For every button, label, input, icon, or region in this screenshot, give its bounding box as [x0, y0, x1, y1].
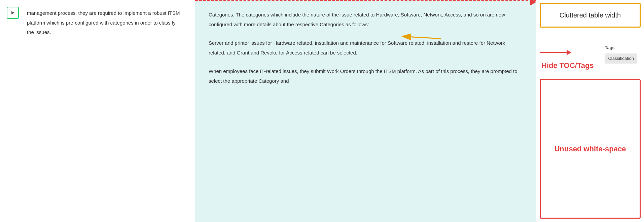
- mid-paragraph-3: When employees face IT-related issues, t…: [209, 67, 523, 86]
- red-arrow-tip: [567, 50, 571, 55]
- dashed-arrow-head: [530, 0, 536, 5]
- toggle-button[interactable]: ▶: [7, 7, 19, 19]
- tags-label: Tags: [605, 44, 637, 51]
- left-column: ▶ management process, they are required …: [0, 0, 195, 222]
- tags-red-arrow: [540, 50, 571, 55]
- red-arrow-line: [540, 52, 567, 53]
- unused-whitespace-box: Unused white-space: [540, 79, 641, 219]
- mid-paragraph-2: Server and printer issues for Hardware r…: [209, 38, 523, 58]
- cluttered-annotation-text: Cluttered table width: [560, 11, 621, 19]
- tags-section: Tags Classification: [605, 44, 637, 64]
- left-body-text: management process, they are required to…: [27, 7, 182, 37]
- middle-column: Categories. The categories which include…: [195, 0, 536, 222]
- toggle-arrow-icon: ▶: [11, 9, 14, 16]
- unused-whitespace-text: Unused white-space: [554, 142, 626, 156]
- right-column: Cluttered table width Tags Classificatio…: [536, 0, 644, 222]
- mid-paragraph-1: Categories. The categories which include…: [209, 10, 523, 29]
- dashed-red-arrow: [195, 0, 536, 2]
- cluttered-annotation-box: Cluttered table width: [540, 3, 641, 28]
- tag-classification-badge: Classification: [605, 53, 637, 63]
- main-layout: ▶ management process, they are required …: [0, 0, 644, 222]
- hide-toc-label: Hide TOC/Tags: [541, 59, 594, 72]
